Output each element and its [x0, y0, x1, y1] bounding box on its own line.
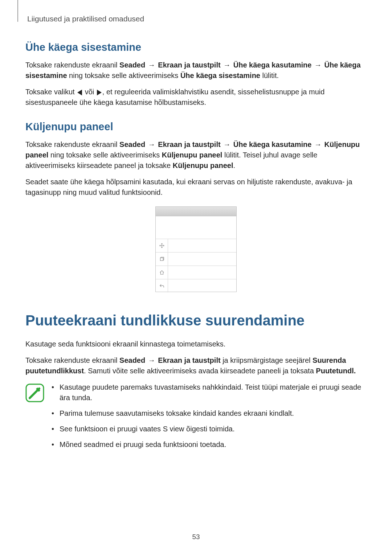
note-block: Kasutage puudete paremaks tuvastamiseks … [25, 382, 367, 455]
bold-text: Seaded [119, 356, 145, 364]
paragraph: Seadet saate ühe käega hõlpsamini kasuta… [25, 177, 367, 198]
device-illustration [25, 206, 367, 292]
bold-text: Puutetundl. [316, 367, 356, 375]
breadcrumb: Liigutused ja praktilised omadused [27, 15, 367, 23]
bold-text: Küljenupu paneel [173, 161, 233, 169]
note-list: Kasutage puudete paremaks tuvastamiseks … [52, 382, 367, 455]
header-separator [17, 0, 18, 22]
bold-text: Seaded [119, 140, 145, 148]
device-row [156, 239, 236, 252]
triangle-left-icon [77, 90, 82, 95]
arrow-icon: → [146, 61, 157, 69]
arrow-icon: → [221, 140, 233, 148]
bold-text: Ühe käega kasutamine [233, 140, 312, 148]
arrow-icon: → [146, 356, 157, 364]
svg-rect-0 [160, 258, 163, 261]
arrow-icon: → [312, 140, 323, 148]
text: . Samuti võite selle aktiveerimiseks ava… [84, 367, 316, 375]
arrow-icon: → [221, 61, 233, 69]
bold-text: Ekraan ja taustpilt [158, 140, 220, 148]
note-icon [25, 383, 44, 402]
text: . [233, 161, 235, 169]
paragraph: Toksake rakenduste ekraanil Seaded → Ekr… [25, 139, 367, 171]
bold-text: Seaded [119, 61, 145, 69]
device-frame [155, 206, 237, 292]
text: Toksake rakenduste ekraanil [25, 61, 119, 69]
device-statusbar [156, 207, 236, 216]
text: ning toksake selle aktiveerimiseks [48, 151, 162, 159]
text: Toksake rakenduste ekraanil [25, 140, 119, 148]
text: või [83, 88, 96, 96]
text: ning toksake selle aktiveerimiseks [67, 71, 180, 79]
bold-text: Ekraan ja taustpilt [158, 356, 220, 364]
page-number: 53 [0, 533, 392, 541]
paragraph: Toksake rakenduste ekraanil Seaded → Ekr… [25, 60, 367, 81]
list-item: Kasutage puudete paremaks tuvastamiseks … [52, 382, 367, 403]
text: Toksake valikut [25, 88, 77, 96]
list-item: Parima tulemuse saavutamiseks toksake ki… [52, 408, 367, 419]
device-blank-area [156, 216, 236, 239]
recent-apps-icon [156, 253, 168, 266]
text: lülitit. [260, 71, 279, 79]
heading-side-panel: Küljenupu paneel [25, 121, 367, 133]
move-icon [156, 239, 168, 252]
list-item: See funktsioon ei pruugi vaates S view õ… [52, 424, 367, 434]
arrow-icon: → [312, 61, 323, 69]
arrow-icon: → [146, 140, 157, 148]
device-row [156, 252, 236, 266]
section-title-touchscreen: Puuteekraani tundlikkuse suurendamine [25, 312, 367, 329]
paragraph: Kasutage seda funktsiooni ekraanil kinna… [25, 339, 367, 349]
paragraph: Toksake rakenduste ekraanil Seaded → Ekr… [25, 355, 367, 376]
bold-text: Ühe käega sisestamine [180, 71, 260, 79]
text: Toksake rakenduste ekraanil [25, 356, 119, 364]
list-item: Mõned seadmed ei pruugi seda funktsiooni… [52, 439, 367, 450]
device-row [156, 279, 236, 292]
heading-one-hand-input: Ühe käega sisestamine [25, 41, 367, 53]
device-row [156, 266, 236, 279]
text: ja kriipsmärgistage seejärel [221, 356, 313, 364]
bold-text: Ekraan ja taustpilt [158, 61, 220, 69]
bold-text: Küljenupu paneel [162, 151, 222, 159]
home-icon [156, 266, 168, 279]
bold-text: Ühe käega kasutamine [233, 61, 312, 69]
back-icon [156, 279, 168, 292]
paragraph: Toksake valikut või , et reguleerida val… [25, 87, 367, 108]
triangle-right-icon [97, 90, 102, 95]
